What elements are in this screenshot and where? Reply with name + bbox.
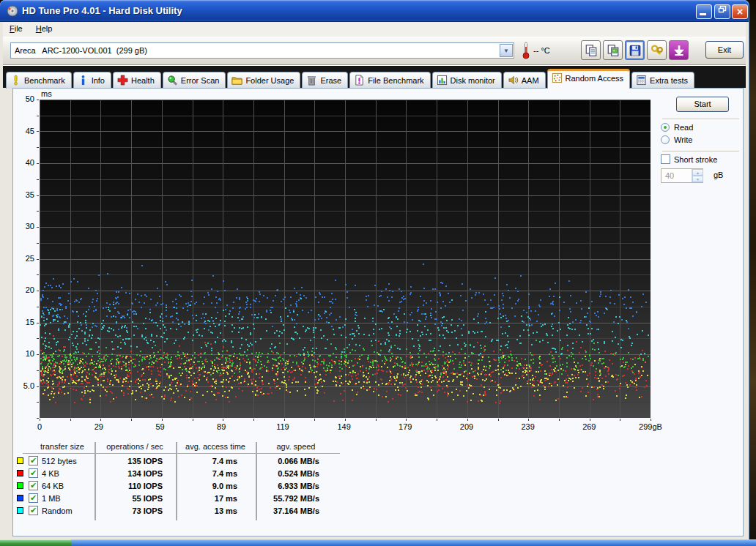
toolbar: Areca ARC-1200-VOL001 (299 gB) ▼ -- °C E… [3,37,746,65]
x-axis-tick [345,419,346,421]
y-tick-label: 50 [15,94,34,103]
tab-info[interactable]: Info [73,72,111,89]
tab-health[interactable]: Health [113,72,161,89]
table-column-separator [176,442,177,520]
tab-disk-monitor[interactable]: Disk monitor [432,72,502,89]
restore-button[interactable] [714,4,730,19]
y-axis-tick [37,227,39,228]
menu-bar: FileHelp [3,22,746,37]
x-axis-tick [376,419,377,421]
series-color-swatch [17,507,23,514]
menu-item-help[interactable]: Help [29,22,59,35]
download-icon [672,44,686,57]
table-value-speed: 0.524 MB/s [259,469,319,478]
desktop: HD Tune Pro 4.01 - Hard Disk Utility × F… [0,0,756,546]
radio-write[interactable] [661,135,670,144]
x-axis-tick [253,419,254,421]
tab-label: Info [92,76,105,85]
tab-benchmark[interactable]: Benchmark [6,72,72,89]
menu-item-file[interactable]: File [3,22,29,35]
exit-button[interactable]: Exit [705,41,744,59]
series-visible-checkbox[interactable]: ✔ [29,493,38,503]
thermometer-icon [522,41,530,60]
tab-extra-tests[interactable]: Extra tests [631,72,694,89]
spinner-down-icon[interactable]: ▼ [692,176,703,182]
close-button[interactable]: × [732,4,748,19]
x-axis-tick [528,419,529,421]
short-stroke-size-spinner[interactable]: 40 ▲ ▼ [661,168,703,183]
series-visible-checkbox[interactable]: ✔ [29,481,38,490]
y-axis-tick [37,116,39,116]
table-value-iops: 135 IOPS [97,457,163,465]
x-tick-label: 299gB [633,422,668,431]
options-icon [651,44,664,57]
table-value-speed: 6.933 MB/s [259,482,319,490]
drive-selector-combobox[interactable]: Areca ARC-1200-VOL001 (299 gB) ▼ [10,42,514,59]
x-tick-label: 179 [388,422,423,431]
x-axis-tick [314,419,315,421]
y-axis-tick [37,259,39,260]
y-axis-tick [37,370,39,371]
tab-random-access[interactable]: Random Access [547,69,630,89]
y-axis-tick [37,402,39,403]
y-axis-tick [37,179,39,180]
x-tick-label: 119 [265,422,300,431]
start-menu-button-edge[interactable] [0,539,71,546]
y-tick-label: 40 [15,158,34,167]
x-tick-label: 59 [143,422,178,431]
table-value-access_time: 9.0 ms [179,482,237,490]
x-axis-tick [40,419,40,421]
x-axis-tick [100,419,101,421]
series-visible-checkbox[interactable]: ✔ [29,506,38,515]
radio-selected-dot [664,126,667,129]
series-color-swatch [17,495,23,501]
series-visible-checkbox[interactable]: ✔ [29,468,38,478]
spinner-up-icon[interactable]: ▲ [692,169,703,176]
tab-folder-usage[interactable]: Folder Usage [227,72,300,89]
start-button[interactable]: Start [676,97,729,112]
y-tick-label: 10 [15,349,34,358]
y-axis-tick [37,323,39,324]
taskbar-strip[interactable] [71,539,756,546]
transfer-size-label: 512 bytes [42,457,77,465]
x-axis-tick [498,419,499,421]
series-visible-checkbox[interactable]: ✔ [29,456,38,465]
tab-label: Disk monitor [451,76,495,85]
drive-selector-value: Areca ARC-1200-VOL001 (299 gB) [15,46,147,55]
radio-read[interactable] [661,123,670,132]
window-title: HD Tune Pro 4.01 - Hard Disk Utility [22,5,182,16]
random-access-tab-page: ms 5045403530252015105.00295989119149179… [12,88,744,536]
table-value-iops: 134 IOPS [97,469,163,478]
tab-file-benchmark[interactable]: File Benchmark [349,72,430,89]
y-tick-label: 20 [15,285,34,294]
minimize-button[interactable] [696,4,712,19]
transfer-size-label: 64 KB [42,482,64,490]
random-access-scatter-chart [40,100,651,418]
chevron-down-icon[interactable]: ▼ [500,44,513,57]
copy-text-icon [585,44,598,57]
erase-icon [306,75,317,86]
radio-label-read: Read [674,123,693,132]
y-axis-tick [37,211,39,212]
app-icon [7,5,18,17]
title-bar[interactable]: HD Tune Pro 4.01 - Hard Disk Utility × [0,0,749,22]
folder-usage-icon [231,75,242,86]
copy-text-button[interactable] [581,40,601,60]
y-tick-label: 30 [15,222,34,231]
x-axis-tick [193,419,193,421]
table-value-access_time: 7.4 ms [179,469,237,478]
download-button[interactable] [669,40,689,60]
copy-image-button[interactable] [603,40,623,60]
tab-erase[interactable]: Erase [302,72,348,89]
save-button[interactable] [625,40,645,60]
tab-error-scan[interactable]: Error Scan [163,72,226,89]
info-icon [78,75,89,86]
options-button[interactable] [647,40,667,60]
y-axis-tick [37,338,39,339]
tab-aam[interactable]: AAM [503,72,546,89]
short-stroke-label: Short stroke [674,155,717,164]
restore-icon [718,5,727,13]
short-stroke-checkbox[interactable] [661,154,670,164]
tab-label: File Benchmark [368,76,423,85]
x-axis-tick [70,419,71,421]
